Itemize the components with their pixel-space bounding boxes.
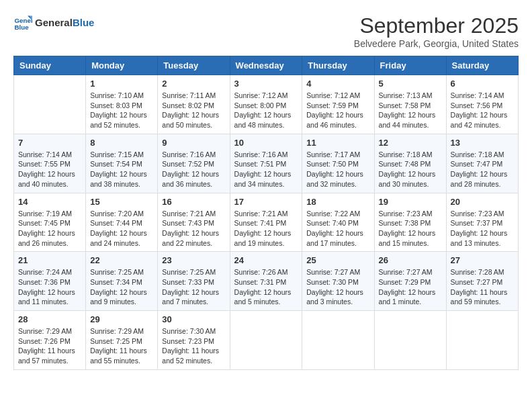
calendar-cell: 18Sunrise: 7:22 AM Sunset: 7:40 PM Dayli… [302,193,374,252]
svg-text:Blue: Blue [14,24,29,31]
day-number: 14 [18,197,81,207]
calendar-cell: 24Sunrise: 7:26 AM Sunset: 7:31 PM Dayli… [230,252,302,311]
calendar-week-2: 7Sunrise: 7:14 AM Sunset: 7:55 PM Daylig… [14,134,519,193]
cell-info: Sunrise: 7:10 AM Sunset: 8:03 PM Dayligh… [90,91,153,130]
calendar-cell: 8Sunrise: 7:15 AM Sunset: 7:54 PM Daylig… [86,134,158,193]
day-number: 1 [90,79,153,89]
calendar-header-sunday: Sunday [14,56,86,75]
cell-info: Sunrise: 7:26 AM Sunset: 7:31 PM Dayligh… [234,267,298,307]
day-number: 11 [306,138,369,148]
calendar-cell [302,311,374,370]
cell-info: Sunrise: 7:21 AM Sunset: 7:41 PM Dayligh… [234,209,298,248]
cell-info: Sunrise: 7:29 AM Sunset: 7:25 PM Dayligh… [90,326,153,366]
calendar-cell: 13Sunrise: 7:18 AM Sunset: 7:47 PM Dayli… [446,134,518,193]
logo-blue: Blue [73,17,95,28]
calendar-cell [446,311,518,370]
cell-info: Sunrise: 7:18 AM Sunset: 7:48 PM Dayligh… [379,150,442,189]
calendar-header-wednesday: Wednesday [230,56,302,75]
cell-info: Sunrise: 7:22 AM Sunset: 7:40 PM Dayligh… [306,209,369,248]
cell-info: Sunrise: 7:27 AM Sunset: 7:29 PM Dayligh… [379,267,442,307]
day-number: 15 [90,197,153,207]
cell-info: Sunrise: 7:14 AM Sunset: 7:55 PM Dayligh… [18,150,81,189]
cell-info: Sunrise: 7:30 AM Sunset: 7:23 PM Dayligh… [162,326,225,366]
calendar-cell: 10Sunrise: 7:16 AM Sunset: 7:51 PM Dayli… [230,134,302,193]
calendar-header-friday: Friday [374,56,446,75]
calendar-header-saturday: Saturday [446,56,518,75]
day-number: 20 [451,197,514,207]
calendar-cell: 19Sunrise: 7:23 AM Sunset: 7:38 PM Dayli… [374,193,446,252]
cell-info: Sunrise: 7:12 AM Sunset: 8:00 PM Dayligh… [234,91,298,130]
day-number: 27 [451,255,514,265]
calendar-week-4: 21Sunrise: 7:24 AM Sunset: 7:36 PM Dayli… [14,252,519,311]
cell-info: Sunrise: 7:18 AM Sunset: 7:47 PM Dayligh… [451,150,514,189]
cell-info: Sunrise: 7:19 AM Sunset: 7:45 PM Dayligh… [18,209,81,248]
cell-info: Sunrise: 7:29 AM Sunset: 7:26 PM Dayligh… [18,326,81,366]
calendar-cell: 26Sunrise: 7:27 AM Sunset: 7:29 PM Dayli… [374,252,446,311]
cell-info: Sunrise: 7:24 AM Sunset: 7:36 PM Dayligh… [18,267,81,307]
cell-info: Sunrise: 7:16 AM Sunset: 7:51 PM Dayligh… [234,150,298,189]
calendar-cell [230,311,302,370]
calendar-cell: 22Sunrise: 7:25 AM Sunset: 7:34 PM Dayli… [86,252,158,311]
day-number: 30 [162,314,225,324]
calendar-cell: 7Sunrise: 7:14 AM Sunset: 7:55 PM Daylig… [14,134,86,193]
day-number: 5 [379,79,442,89]
day-number: 19 [379,197,442,207]
logo-icon: General Blue [13,13,32,32]
calendar-cell: 9Sunrise: 7:16 AM Sunset: 7:52 PM Daylig… [158,134,230,193]
calendar-cell: 28Sunrise: 7:29 AM Sunset: 7:26 PM Dayli… [14,311,86,370]
day-number: 21 [18,255,81,265]
cell-info: Sunrise: 7:23 AM Sunset: 7:38 PM Dayligh… [379,209,442,248]
day-number: 18 [306,197,369,207]
cell-info: Sunrise: 7:15 AM Sunset: 7:54 PM Dayligh… [90,150,153,189]
day-number: 3 [234,79,298,89]
cell-info: Sunrise: 7:14 AM Sunset: 7:56 PM Dayligh… [451,91,514,130]
day-number: 8 [90,138,153,148]
cell-info: Sunrise: 7:12 AM Sunset: 7:59 PM Dayligh… [306,91,369,130]
day-number: 7 [18,138,81,148]
calendar-cell: 25Sunrise: 7:27 AM Sunset: 7:30 PM Dayli… [302,252,374,311]
calendar-week-1: 1Sunrise: 7:10 AM Sunset: 8:03 PM Daylig… [14,75,519,134]
calendar-week-3: 14Sunrise: 7:19 AM Sunset: 7:45 PM Dayli… [14,193,519,252]
calendar-cell: 11Sunrise: 7:17 AM Sunset: 7:50 PM Dayli… [302,134,374,193]
logo: General Blue GeneralBlue [13,13,94,32]
day-number: 26 [379,255,442,265]
day-number: 10 [234,138,298,148]
day-number: 6 [451,79,514,89]
day-number: 16 [162,197,225,207]
calendar-header-thursday: Thursday [302,56,374,75]
calendar-cell: 29Sunrise: 7:29 AM Sunset: 7:25 PM Dayli… [86,311,158,370]
calendar-cell: 5Sunrise: 7:13 AM Sunset: 7:58 PM Daylig… [374,75,446,134]
cell-info: Sunrise: 7:25 AM Sunset: 7:33 PM Dayligh… [162,267,225,307]
cell-info: Sunrise: 7:27 AM Sunset: 7:30 PM Dayligh… [306,267,369,307]
calendar-week-5: 28Sunrise: 7:29 AM Sunset: 7:26 PM Dayli… [14,311,519,370]
calendar-header-row: SundayMondayTuesdayWednesdayThursdayFrid… [14,56,519,75]
calendar-cell: 27Sunrise: 7:28 AM Sunset: 7:27 PM Dayli… [446,252,518,311]
calendar-cell [14,75,86,134]
calendar-cell: 16Sunrise: 7:21 AM Sunset: 7:43 PM Dayli… [158,193,230,252]
cell-info: Sunrise: 7:25 AM Sunset: 7:34 PM Dayligh… [90,267,153,307]
location: Belvedere Park, Georgia, United States [354,38,519,49]
day-number: 12 [379,138,442,148]
day-number: 17 [234,197,298,207]
cell-info: Sunrise: 7:16 AM Sunset: 7:52 PM Dayligh… [162,150,225,189]
calendar-cell: 21Sunrise: 7:24 AM Sunset: 7:36 PM Dayli… [14,252,86,311]
calendar-cell: 15Sunrise: 7:20 AM Sunset: 7:44 PM Dayli… [86,193,158,252]
day-number: 4 [306,79,369,89]
cell-info: Sunrise: 7:23 AM Sunset: 7:37 PM Dayligh… [451,209,514,248]
calendar-cell [374,311,446,370]
month-title: September 2025 [354,13,519,38]
page-header: General Blue GeneralBlue September 2025 … [13,13,519,49]
cell-info: Sunrise: 7:17 AM Sunset: 7:50 PM Dayligh… [306,150,369,189]
day-number: 13 [451,138,514,148]
calendar-table: SundayMondayTuesdayWednesdayThursdayFrid… [13,56,519,370]
cell-info: Sunrise: 7:21 AM Sunset: 7:43 PM Dayligh… [162,209,225,248]
day-number: 28 [18,314,81,324]
calendar-cell: 1Sunrise: 7:10 AM Sunset: 8:03 PM Daylig… [86,75,158,134]
calendar-cell: 17Sunrise: 7:21 AM Sunset: 7:41 PM Dayli… [230,193,302,252]
calendar-cell: 2Sunrise: 7:11 AM Sunset: 8:02 PM Daylig… [158,75,230,134]
cell-info: Sunrise: 7:20 AM Sunset: 7:44 PM Dayligh… [90,209,153,248]
day-number: 23 [162,255,225,265]
calendar-header-tuesday: Tuesday [158,56,230,75]
calendar-header-monday: Monday [86,56,158,75]
logo-general: General [35,17,73,28]
